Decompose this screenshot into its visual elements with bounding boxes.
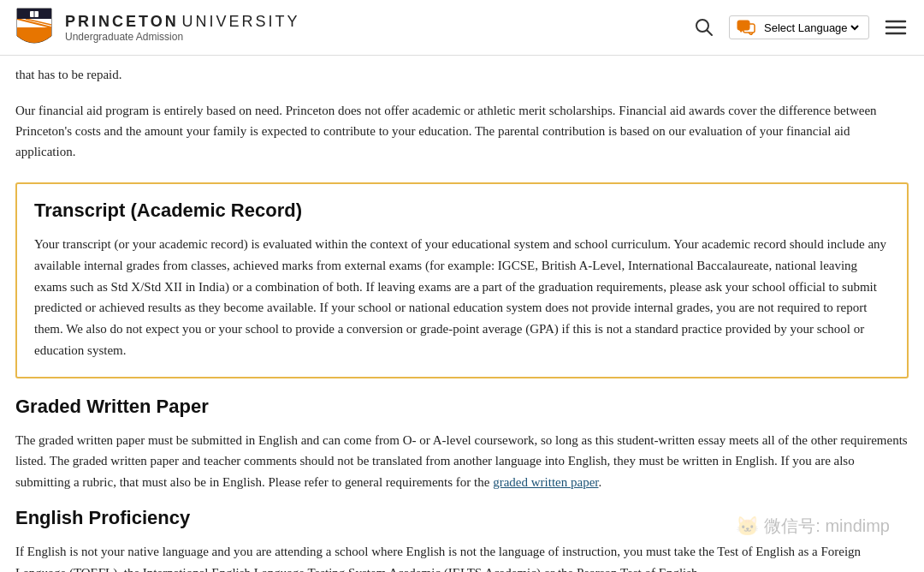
search-icon bbox=[695, 18, 714, 37]
language-icon bbox=[737, 20, 755, 35]
princeton-logo bbox=[14, 5, 55, 50]
graded-section: Graded Written Paper The graded written … bbox=[15, 396, 909, 493]
undergrad-label: Undergraduate Admission bbox=[65, 31, 299, 43]
transcript-paragraph: Your transcript (or your academic record… bbox=[34, 234, 890, 361]
english-section: English Proficiency If English is not yo… bbox=[15, 507, 909, 572]
financial-aid-paragraph: Our financial aid program is entirely ba… bbox=[15, 92, 909, 169]
main-content: that has to be repaid. Our financial aid… bbox=[0, 56, 924, 572]
university-label: UNIVERSITY bbox=[181, 13, 299, 30]
graded-paragraph: The graded written paper must be submitt… bbox=[15, 430, 909, 493]
menu-button[interactable] bbox=[881, 15, 910, 39]
header-right: Select Language English Spanish French C… bbox=[691, 15, 910, 40]
transcript-section: Transcript (Academic Record) Your transc… bbox=[15, 182, 909, 378]
transcript-heading: Transcript (Academic Record) bbox=[34, 200, 890, 222]
search-button[interactable] bbox=[691, 15, 717, 40]
graded-paper-link[interactable]: graded written paper bbox=[493, 475, 598, 489]
svg-line-6 bbox=[708, 31, 713, 36]
university-name: PRINCETON UNIVERSITY Undergraduate Admis… bbox=[65, 13, 299, 43]
language-selector[interactable]: Select Language English Spanish French C… bbox=[729, 15, 869, 39]
princeton-text: PRINCETON UNIVERSITY bbox=[65, 13, 299, 31]
english-paragraph: If English is not your native language a… bbox=[15, 541, 909, 572]
site-header: PRINCETON UNIVERSITY Undergraduate Admis… bbox=[0, 0, 924, 56]
intro-paragraph: that has to be repaid. bbox=[15, 56, 909, 92]
english-heading: English Proficiency bbox=[15, 507, 909, 529]
header-left: PRINCETON UNIVERSITY Undergraduate Admis… bbox=[14, 5, 299, 50]
princeton-label: PRINCETON bbox=[65, 13, 179, 30]
graded-heading: Graded Written Paper bbox=[15, 396, 909, 418]
menu-icon bbox=[885, 19, 907, 36]
language-select[interactable]: Select Language English Spanish French C… bbox=[761, 21, 862, 35]
